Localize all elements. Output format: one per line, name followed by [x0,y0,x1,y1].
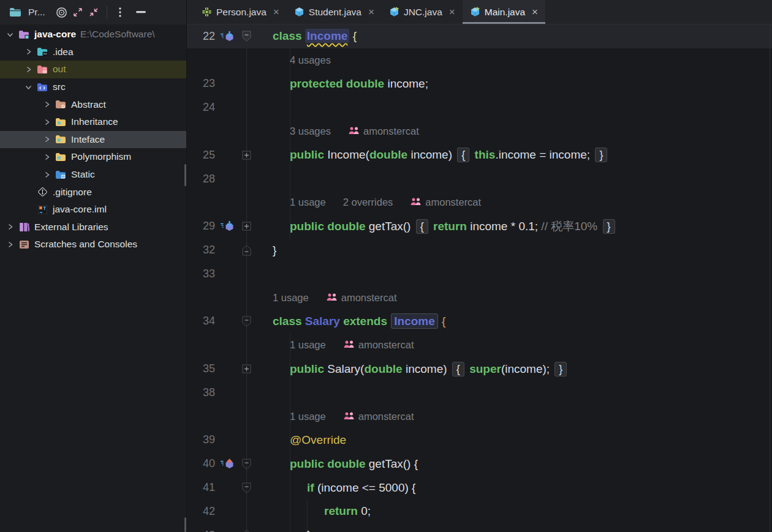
line-number[interactable]: 35 [187,362,218,375]
line-number[interactable]: 39 [187,433,218,446]
tab-main-java[interactable]: Main.java× [463,0,545,24]
close-icon[interactable]: × [368,7,374,17]
chevron-right-icon[interactable] [42,171,51,179]
code-line-33[interactable]: 33 [187,262,772,286]
code-author-hint[interactable]: amonstercat [343,339,414,351]
tree-item-polymorphism[interactable]: Polymorphism [0,148,186,166]
code-line-23[interactable]: 23protected double income; [187,72,772,96]
line-number[interactable]: 42 [187,505,218,518]
close-icon[interactable]: × [273,7,279,17]
code-line-25[interactable]: 25public Income(double income) { this.in… [187,143,772,167]
inlay-hint-line[interactable]: 1 usageamonstercat [187,333,772,357]
tree-item-java-core-iml[interactable]: java-core.iml [0,201,186,219]
usages-hint[interactable]: 1 usage [290,411,326,422]
usages-hint[interactable]: 2 overrides [343,197,393,208]
sidebar-scrollbar-thumb[interactable] [184,517,186,532]
collapse-icon[interactable] [86,4,102,20]
fold-expand-icon[interactable] [238,151,254,160]
tree-item-idea[interactable]: .idea [0,43,186,61]
line-number[interactable]: 32 [187,244,218,257]
code-line-22[interactable]: 22class Income { [187,24,772,48]
chevron-right-icon[interactable] [42,100,51,108]
line-number[interactable]: 41 [187,481,218,494]
line-number[interactable]: 28 [187,173,218,185]
fold-collapse-icon[interactable] [238,459,254,470]
expand-icon[interactable] [70,4,86,20]
override-gutter-icon[interactable] [218,458,238,470]
tree-item-abstract[interactable]: Abstract [0,96,186,113]
line-number[interactable]: 38 [187,386,218,399]
chevron-right-icon[interactable] [42,153,51,161]
code-line-43[interactable]: 43} [187,523,772,532]
code-author-hint[interactable]: amonstercat [326,292,397,304]
line-number[interactable]: 33 [187,268,218,280]
inlay-hint-line[interactable]: 4 usages [187,48,772,72]
usages-hint[interactable]: 3 usages [290,126,331,137]
code-author-hint[interactable]: amonstercat [343,411,414,422]
line-number[interactable]: 25 [187,149,218,162]
fold-expand-icon[interactable] [238,364,254,373]
tree-item-inheritance[interactable]: Inheritance [0,113,186,131]
line-number[interactable]: 22 [187,30,218,43]
fold-collapse-end-icon[interactable] [238,530,254,532]
sidebar-scrollbar-thumb[interactable] [184,164,186,186]
code-line-40[interactable]: 40public double getTax() { [187,452,772,476]
project-folder-icon[interactable] [7,4,23,20]
line-number[interactable]: 43 [187,529,218,532]
inlay-hint-line[interactable]: 1 usageamonstercat [187,405,772,429]
fold-collapse-icon[interactable] [238,316,254,327]
hide-icon[interactable] [133,4,149,20]
tree-item-inteface[interactable]: Inteface [0,131,186,149]
close-icon[interactable]: × [449,7,455,17]
chevron-right-icon[interactable] [23,48,33,56]
fold-collapse-end-icon[interactable] [238,245,254,256]
tree-item-external-libraries[interactable]: External Libraries [0,219,186,236]
usages-hint[interactable]: 4 usages [290,54,331,66]
more-icon[interactable] [112,4,128,20]
usages-hint[interactable]: 1 usage [290,339,326,351]
chevron-right-icon[interactable] [5,223,15,231]
tree-item-static[interactable]: Static [0,166,186,184]
target-icon[interactable] [54,4,70,20]
subclass-gutter-icon[interactable] [218,31,238,42]
line-number[interactable]: 34 [187,315,218,328]
chevron-right-icon[interactable] [5,241,15,249]
chevron-down-icon[interactable] [23,83,33,91]
usages-hint[interactable]: 1 usage [290,197,326,208]
tree-item-src[interactable]: src [0,78,186,96]
tree-item-java-core[interactable]: java-coreE:\CodeSoftware\ [0,26,186,43]
code-line-39[interactable]: 39@Override [187,429,772,452]
tab-student-java[interactable]: Student.java× [287,0,382,24]
code-line-41[interactable]: 41if (income <= 5000) { [187,476,772,500]
code-line-38[interactable]: 38 [187,381,772,405]
inlay-hint-line[interactable]: 1 usageamonstercat [187,286,772,310]
line-number[interactable]: 23 [187,77,218,90]
code-line-29[interactable]: 29public double getTax() { return income… [187,214,772,238]
code-line-34[interactable]: 34class Salary extends Income { [187,310,772,334]
tree-item-scratches-and-consoles[interactable]: Scratches and Consoles [0,236,186,253]
line-number[interactable]: 24 [187,101,218,114]
tab-jnc-java[interactable]: JNC.java× [382,0,463,24]
chevron-right-icon[interactable] [23,66,33,73]
tree-item-gitignore[interactable]: .gitignore [0,183,186,201]
chevron-right-icon[interactable] [42,118,51,126]
line-number[interactable]: 40 [187,457,218,470]
line-number[interactable]: 29 [187,220,218,233]
fold-expand-icon[interactable] [238,222,254,231]
code-line-35[interactable]: 35public Salary(double income) { super(i… [187,357,772,381]
subclass-gutter-icon[interactable] [218,220,238,232]
code-line-32[interactable]: 32} [187,238,772,262]
code-author-hint[interactable]: amonstercat [348,126,419,137]
code-author-hint[interactable]: amonstercat [410,197,481,208]
chevron-down-icon[interactable] [5,31,15,39]
inlay-hint-line[interactable]: 3 usagesamonstercat [187,119,772,143]
tree-item-out[interactable]: out [0,61,186,78]
editor-scrollbar-track[interactable] [770,24,770,532]
code-line-28[interactable]: 28 [187,167,772,191]
fold-collapse-filled-icon[interactable] [238,31,254,42]
close-icon[interactable]: × [532,7,538,17]
code-line-24[interactable]: 24 [187,96,772,119]
chevron-right-icon[interactable] [42,135,51,143]
code-line-42[interactable]: 42return 0; [187,500,772,523]
editor[interactable]: 22class Income {4 usages23protected doub… [187,24,772,532]
